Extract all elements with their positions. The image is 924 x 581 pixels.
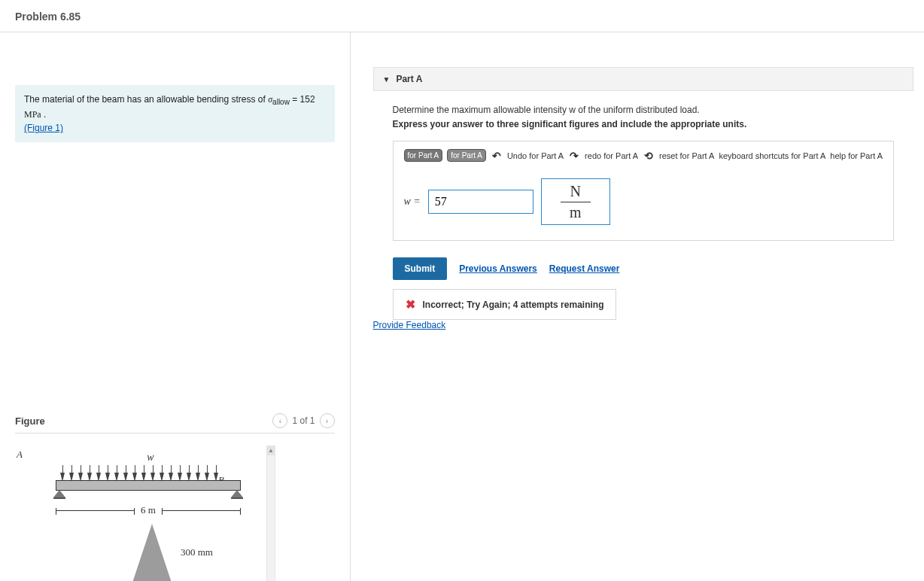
answer-toolbar: for Part A for Part A ↶ Undo for Part A … [404, 149, 883, 162]
collapse-caret-icon: ▼ [383, 75, 391, 84]
span-dimension: 6 m [56, 504, 241, 516]
figure-section: Figure ‹ 1 of 1 › w [15, 413, 335, 581]
reset-icon[interactable]: ⟲ [644, 150, 653, 162]
problem-title: Problem 6.85 [0, 0, 924, 32]
question-text: Determine the maximum allowable intensit… [393, 103, 894, 117]
figure-scrollbar[interactable]: ▲ ▼ [266, 446, 275, 581]
load-label: w [45, 452, 256, 464]
support-label-a: A [17, 449, 23, 461]
left-pane: The material of the beam has an allowabl… [0, 32, 351, 581]
reset-label: reset for Part A [659, 151, 714, 160]
undo-label: Undo for Part A [507, 151, 564, 160]
beam-element [56, 480, 241, 491]
stress-unit: MPa [24, 109, 41, 120]
triangle-section-icon [132, 524, 172, 581]
roller-support-icon [231, 490, 243, 499]
span-value: 6 m [135, 504, 162, 516]
question-block: Determine the maximum allowable intensit… [393, 103, 894, 132]
sigma-subscript: allow [272, 98, 290, 106]
previous-answers-link[interactable]: Previous Answers [459, 263, 537, 274]
units-input[interactable]: N m [541, 178, 610, 225]
figure-nav: ‹ 1 of 1 › [272, 413, 334, 428]
submit-button[interactable]: Submit [393, 257, 448, 280]
cross-section: 300 mm 150 mm [128, 524, 233, 581]
feedback-message: ✖ Incorrect; Try Again; 4 attempts remai… [393, 289, 617, 320]
main-layout: The material of the beam has an allowabl… [0, 32, 924, 581]
actions-row: Submit Previous Answers Request Answer [393, 257, 894, 280]
feedback-text: Incorrect; Try Again; 4 attempts remaini… [423, 300, 604, 310]
request-answer-link[interactable]: Request Answer [549, 263, 620, 274]
problem-statement: The material of the beam has an allowabl… [15, 85, 335, 142]
unit-numerator: N [561, 183, 591, 202]
right-pane: ▼ Part A Determine the maximum allowable… [351, 32, 924, 581]
incorrect-icon: ✖ [406, 297, 415, 312]
figure-next-button[interactable]: › [320, 413, 335, 428]
value-input[interactable] [428, 190, 533, 214]
provide-feedback-link[interactable]: Provide Feedback [373, 320, 446, 330]
pin-support-icon [53, 490, 65, 499]
redo-icon[interactable]: ↷ [570, 150, 579, 162]
figure-header: Figure ‹ 1 of 1 › [15, 413, 335, 433]
distributed-load-arrows [60, 465, 256, 482]
keyboard-shortcuts-label[interactable]: keyboard shortcuts for Part A [719, 151, 825, 160]
help-label[interactable]: help for Part A [830, 151, 883, 160]
part-a-title: Part A [396, 74, 422, 84]
unit-denominator: m [570, 202, 582, 221]
part-a-header[interactable]: ▼ Part A [373, 67, 913, 91]
section-height: 300 mm [181, 546, 213, 558]
redo-label: redo for Part A [585, 151, 638, 160]
figure-body: w [15, 446, 335, 581]
undo-icon[interactable]: ↶ [492, 150, 501, 162]
templates-button[interactable]: for Part A [404, 149, 443, 162]
var-name: w = [404, 196, 421, 208]
symbols-button[interactable]: for Part A [447, 149, 486, 162]
beam-diagram: w [15, 446, 256, 581]
answer-block: for Part A for Part A ↶ Undo for Part A … [393, 141, 894, 241]
intro-text: The material of the beam has an allowabl… [24, 94, 268, 105]
scroll-up-icon[interactable]: ▲ [267, 446, 275, 455]
figure-link[interactable]: (Figure 1) [24, 123, 63, 133]
period: . [41, 109, 47, 120]
figure-prev-button[interactable]: ‹ [272, 413, 287, 428]
answer-instruction: Express your answer to three significant… [393, 119, 747, 129]
answer-row: w = N m [404, 178, 883, 225]
figure-title: Figure [15, 415, 45, 427]
equals-text: = 152 [292, 94, 315, 105]
figure-counter: 1 of 1 [292, 415, 315, 426]
